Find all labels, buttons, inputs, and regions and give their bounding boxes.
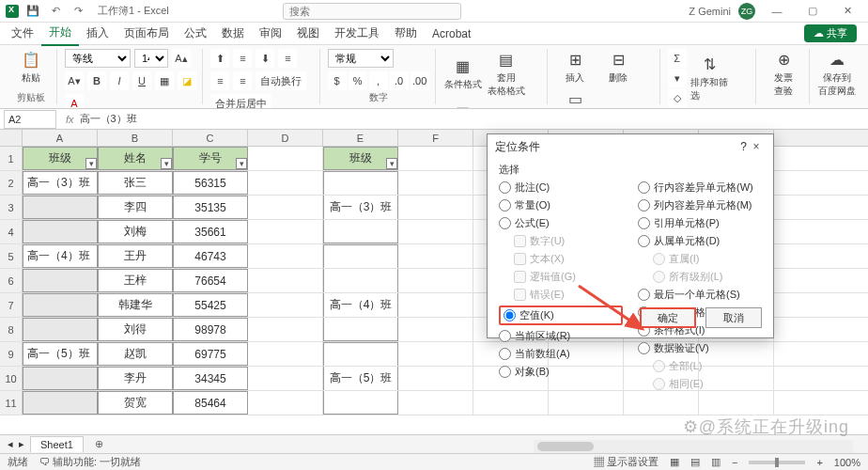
insert-button[interactable]: ⊞插入 — [555, 49, 595, 85]
cell-c[interactable]: 56315 — [173, 171, 248, 195]
cell-a[interactable] — [23, 196, 98, 219]
cell-a[interactable]: 高一（3）班 — [23, 171, 98, 195]
sheet-tab[interactable]: Sheet1 — [30, 436, 84, 452]
avatar[interactable]: ZG — [738, 3, 755, 20]
underline-icon[interactable]: U — [132, 71, 151, 90]
cell-a[interactable] — [23, 367, 98, 390]
fill-down-icon[interactable]: ▾ — [668, 69, 687, 87]
sort-button[interactable]: ⇅排序和筛选 — [690, 54, 730, 102]
search-input[interactable] — [283, 3, 461, 20]
formula-text[interactable]: 高一（3）班 — [80, 112, 137, 126]
italic-icon[interactable]: I — [110, 71, 129, 90]
dlg-option[interactable]: 当前数组(A) — [499, 347, 623, 361]
wrap-button[interactable]: 自动换行 — [256, 71, 306, 90]
cell-e[interactable] — [323, 220, 398, 243]
view-normal-icon[interactable]: ▦ — [670, 456, 679, 468]
dlg-option[interactable]: 公式(E) — [499, 216, 623, 230]
paste-button[interactable]: 📋粘贴 — [11, 49, 51, 85]
cell-e[interactable] — [323, 318, 398, 341]
cell-a[interactable] — [23, 269, 98, 292]
close-icon[interactable]: ✕ — [834, 2, 862, 21]
merge-button[interactable]: 合并后居中 — [210, 94, 271, 109]
dec-font-icon[interactable]: A▾ — [65, 71, 84, 90]
align-right-icon[interactable]: ≡ — [233, 71, 252, 90]
addin-button[interactable]: ⊕发票 查验 — [764, 49, 803, 98]
dlg-option[interactable]: 对象(B) — [499, 365, 623, 379]
dlg-option[interactable]: 引用单元格(P) — [638, 216, 762, 230]
bold-icon[interactable]: B — [87, 71, 106, 90]
dlg-option[interactable]: 列内容差异单元格(M) — [638, 198, 762, 212]
align-mid-icon[interactable]: ≡ — [233, 49, 252, 68]
cell-b[interactable]: 王梓 — [98, 269, 173, 292]
align-center-icon[interactable]: ≡ — [210, 71, 229, 90]
save-icon[interactable]: 💾 — [24, 3, 41, 20]
font-color-icon[interactable]: A — [65, 94, 84, 109]
cell-c[interactable]: 98978 — [173, 318, 248, 341]
dlg-option[interactable]: 从属单元格(D) — [638, 234, 762, 248]
cell-e[interactable]: 高一（3）班 — [323, 196, 398, 219]
sum-icon[interactable]: Σ — [668, 49, 687, 68]
num-format[interactable]: 常规 — [328, 49, 394, 68]
cell-e[interactable]: 高一（5）班 — [323, 367, 398, 390]
cell-a[interactable]: 高一（4）班 — [23, 244, 98, 268]
cell-c[interactable]: 35135 — [173, 196, 248, 219]
cell-c[interactable]: 55425 — [173, 293, 248, 317]
border-icon[interactable]: ▦ — [155, 71, 174, 90]
sheet-nav-next-icon[interactable]: ▸ — [19, 438, 24, 450]
name-box[interactable]: A2 — [4, 110, 56, 129]
cell-c[interactable]: 85464 — [173, 391, 248, 415]
cell-e[interactable] — [323, 391, 398, 415]
currency-icon[interactable]: $ — [328, 71, 347, 90]
cell-c[interactable]: 69775 — [173, 342, 248, 366]
delete-button[interactable]: ⊟删除 — [598, 49, 638, 85]
row-head[interactable]: 11 — [0, 391, 23, 415]
dlg-option[interactable]: 批注(C) — [499, 180, 623, 195]
cell-b[interactable]: 赵凯 — [98, 342, 173, 366]
view-break-icon[interactable]: ▥ — [711, 456, 721, 468]
cell-a[interactable] — [23, 293, 98, 317]
filter-b-icon[interactable]: ▾ — [161, 158, 172, 169]
tab-data[interactable]: 数据 — [214, 22, 252, 45]
display-settings[interactable]: ▦ 显示器设置 — [594, 455, 659, 469]
tab-view[interactable]: 视图 — [289, 22, 327, 45]
cell-b[interactable]: 张三 — [98, 171, 173, 195]
cell-b[interactable]: 刘得 — [98, 318, 173, 341]
min-icon[interactable]: — — [763, 2, 791, 21]
share-button[interactable]: ☁ 共享 — [804, 24, 857, 42]
col-d[interactable]: D — [248, 130, 323, 146]
tab-acrobat[interactable]: Acrobat — [425, 24, 478, 44]
row-head[interactable]: 6 — [0, 269, 23, 292]
tab-dev[interactable]: 开发工具 — [327, 22, 387, 45]
add-sheet-icon[interactable]: ⊕ — [89, 438, 109, 450]
inc-dec-icon[interactable]: .0 — [390, 71, 409, 90]
tab-insert[interactable]: 插入 — [79, 22, 116, 45]
h-scrollbar[interactable] — [534, 440, 853, 453]
sheet-nav-prev-icon[interactable]: ◂ — [8, 438, 13, 450]
save-cloud-button[interactable]: ☁保存到 百度网盘 — [817, 49, 857, 98]
tab-file[interactable]: 文件 — [4, 22, 41, 45]
col-a[interactable]: A — [23, 130, 98, 146]
zoom-out-icon[interactable]: − — [732, 457, 737, 468]
col-f[interactable]: F — [398, 130, 473, 146]
dlg-option[interactable]: 行内容差异单元格(W) — [638, 180, 762, 195]
dlg-option[interactable]: 数据验证(V) — [638, 341, 762, 355]
format-button[interactable]: ▭格式 — [555, 88, 595, 109]
font-size[interactable]: 14 — [134, 49, 168, 68]
tab-layout[interactable]: 页面布局 — [116, 22, 177, 45]
row-head[interactable]: 3 — [0, 196, 23, 219]
cell-style-button[interactable]: ▨单元格样式 — [443, 102, 483, 109]
font-name[interactable]: 等线 — [65, 49, 131, 68]
tab-formulas[interactable]: 公式 — [177, 22, 214, 45]
view-page-icon[interactable]: ▤ — [690, 456, 700, 468]
tab-home[interactable]: 开始 — [41, 21, 79, 46]
cell-e[interactable] — [323, 342, 398, 366]
cell-a[interactable] — [23, 318, 98, 341]
clear-icon[interactable]: ◇ — [668, 88, 687, 107]
cell-b[interactable]: 王丹 — [98, 244, 173, 268]
cond-format-button[interactable]: ▦条件格式 — [443, 55, 483, 91]
dlg-option[interactable]: 常量(O) — [499, 198, 623, 212]
inc-font-icon[interactable]: A▴ — [172, 49, 191, 68]
dialog-help-icon[interactable]: ? — [740, 140, 747, 153]
row-head[interactable]: 4 — [0, 220, 23, 243]
align-top-icon[interactable]: ⬆ — [210, 49, 229, 68]
